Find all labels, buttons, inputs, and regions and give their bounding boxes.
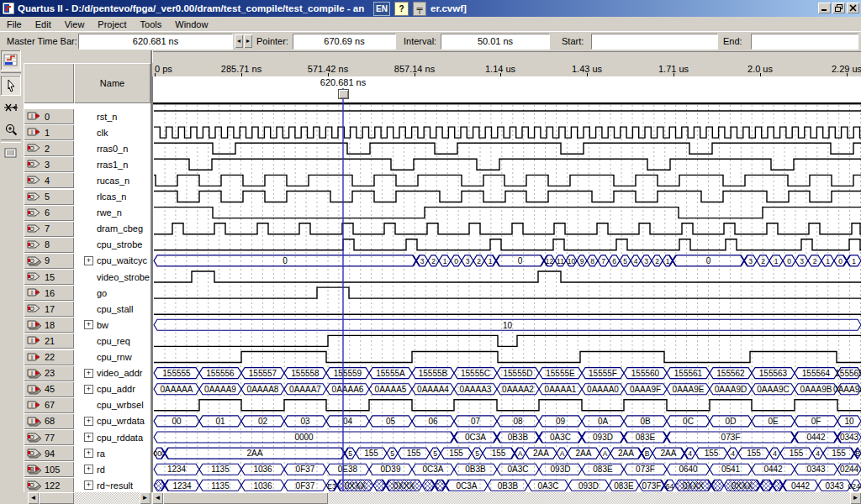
signal-name-cell[interactable]: rras1_n: [74, 156, 151, 172]
expand-plus-box[interactable]: +: [84, 417, 93, 426]
signal-name-cell[interactable]: rst_n: [74, 108, 151, 124]
signal-number-button[interactable]: I16: [24, 285, 74, 301]
expand-plus-box[interactable]: +: [84, 256, 93, 265]
signal-name-cell[interactable]: rras0_n: [74, 140, 151, 156]
svg-text:I: I: [31, 290, 33, 296]
menu-view[interactable]: View: [58, 18, 92, 31]
signal-name-cell[interactable]: cpu_rnw: [74, 349, 151, 365]
signal-name-cell[interactable]: rwe_n: [74, 205, 151, 221]
waveform-canvas[interactable]: 0321032101211109876543210321032101101555…: [152, 76, 861, 492]
signal-number-button[interactable]: I67: [24, 397, 74, 413]
grid-tool-button[interactable]: [1, 143, 21, 163]
svg-text:10: 10: [503, 321, 513, 330]
scroll-thumb[interactable]: [163, 492, 328, 504]
expand-plus-box[interactable]: +: [84, 369, 93, 378]
expand-plus-box[interactable]: +: [84, 449, 93, 458]
signal-name-cell[interactable]: dram_cbeg: [74, 221, 151, 237]
menu-edit[interactable]: Edit: [29, 18, 58, 31]
time-bar-right-arrow[interactable]: ▸: [244, 34, 252, 48]
scroll-left-arrow[interactable]: ◄: [28, 492, 39, 504]
signal-name-cell[interactable]: video_strobe: [74, 269, 151, 285]
signal-name-cell[interactable]: go: [74, 285, 151, 301]
end-field[interactable]: [751, 34, 858, 50]
signal-name-cell[interactable]: cpu_stall: [74, 301, 151, 317]
expand-plus-box[interactable]: +: [84, 480, 93, 490]
signal-name-cell[interactable]: +rd~result: [74, 477, 151, 492]
signal-number-button[interactable]: I68: [24, 413, 74, 429]
signal-name-cell[interactable]: +cpu_wrdata: [74, 413, 151, 429]
signal-number-button[interactable]: O94: [24, 445, 74, 461]
waveform-editor-tool-button[interactable]: [1, 50, 21, 71]
menu-tools[interactable]: Tools: [134, 18, 169, 31]
signal-name-cell[interactable]: +ra: [74, 445, 151, 461]
signal-number-button[interactable]: O122: [24, 477, 74, 492]
signal-number-button[interactable]: O3: [24, 156, 74, 172]
signal-number-button[interactable]: O9: [24, 253, 74, 269]
expand-plus-box[interactable]: +: [84, 385, 93, 394]
zoom-tool-button[interactable]: [1, 119, 21, 139]
signal-number-button[interactable]: B105: [24, 461, 74, 477]
signal-name-cell[interactable]: cpu_wrbsel: [74, 397, 151, 413]
signal-row: I22cpu_rnw: [24, 349, 151, 365]
signal-name-cell[interactable]: +cpu_addr: [74, 381, 151, 397]
signal-row: O8cpu_strobe: [24, 237, 151, 253]
minimize-button[interactable]: [818, 3, 831, 13]
svg-text:4: 4: [816, 449, 820, 458]
title-bar: Quartus II - D:/d/pentevo/fpga/_ver0.00/…: [0, 0, 861, 17]
signal-name-cell[interactable]: clk: [74, 124, 151, 140]
signal-name-cell[interactable]: +cpu_rddata: [74, 429, 151, 445]
start-field[interactable]: [591, 34, 718, 50]
signal-number-button[interactable]: I22: [24, 349, 74, 365]
signal-number-button[interactable]: I18: [24, 317, 74, 333]
signal-number-button[interactable]: O2: [24, 140, 74, 156]
signal-number-button[interactable]: I0: [24, 108, 74, 124]
signal-name-cell[interactable]: rlcas_n: [74, 189, 151, 205]
signal-number-button[interactable]: O4: [24, 172, 74, 188]
expand-plus-box[interactable]: +: [84, 433, 93, 442]
scroll-right-arrow[interactable]: ►: [140, 492, 151, 504]
menu-file[interactable]: File: [0, 18, 29, 31]
signal-number-button[interactable]: I23: [24, 365, 74, 381]
language-indicator[interactable]: EN: [373, 2, 390, 16]
close-button[interactable]: [847, 3, 859, 13]
restore-button[interactable]: [832, 3, 845, 13]
master-time-bar-handle[interactable]: [338, 89, 349, 99]
mdi-child-icon[interactable]: ╤: [413, 2, 426, 16]
quartus-window: Quartus II - D:/d/pentevo/fpga/_ver0.00/…: [0, 0, 861, 504]
svg-text:0541: 0541: [721, 465, 741, 474]
signal-number-button[interactable]: O8: [24, 237, 74, 253]
help-icon[interactable]: ?: [394, 2, 409, 16]
menu-project[interactable]: Project: [91, 18, 133, 31]
svg-text:O: O: [29, 226, 34, 232]
signal-name-cell[interactable]: cpu_req: [74, 333, 151, 349]
time-bar-tool-button[interactable]: [1, 97, 21, 118]
signal-number-button[interactable]: I21: [24, 333, 74, 349]
signal-number-button[interactable]: O17: [24, 301, 74, 317]
signal-name-cell[interactable]: cpu_strobe: [74, 237, 151, 253]
scroll-right-arrow[interactable]: ►: [850, 492, 861, 504]
waveform-hscrollbar[interactable]: ◄ ►: [152, 492, 861, 504]
scroll-left-arrow[interactable]: ◄: [152, 492, 163, 504]
time-bar-left-arrow[interactable]: ◂: [235, 34, 243, 48]
expand-plus-box[interactable]: +: [84, 320, 93, 329]
signal-number-button[interactable]: I45: [24, 381, 74, 397]
signal-number-button[interactable]: O15: [24, 269, 74, 285]
signal-number-button[interactable]: O6: [24, 205, 74, 221]
signal-name-cell[interactable]: +video_addr: [74, 365, 151, 381]
signal-name-cell[interactable]: +cpu_waitcyc: [74, 253, 151, 269]
name-panel-hscrollbar[interactable]: ◄ ►: [28, 492, 151, 504]
expand-plus-box[interactable]: +: [84, 465, 93, 474]
scroll-thumb[interactable]: [39, 492, 74, 504]
master-time-bar-field[interactable]: 620.681 ns: [78, 34, 233, 50]
svg-text:1: 1: [443, 257, 447, 265]
signal-number-button[interactable]: O7: [24, 221, 74, 237]
signal-name-cell[interactable]: rucas_n: [74, 172, 151, 188]
selection-tool-button[interactable]: [1, 76, 21, 96]
menu-window[interactable]: Window: [168, 18, 214, 31]
signal-number-button[interactable]: I1: [24, 124, 74, 140]
signal-number-button[interactable]: O77: [24, 429, 74, 445]
signal-name-cell[interactable]: +rd: [74, 461, 151, 477]
signal-name-cell[interactable]: +bw: [74, 317, 151, 333]
signal-number-button[interactable]: O5: [24, 189, 74, 205]
signal-number: 94: [45, 449, 55, 459]
